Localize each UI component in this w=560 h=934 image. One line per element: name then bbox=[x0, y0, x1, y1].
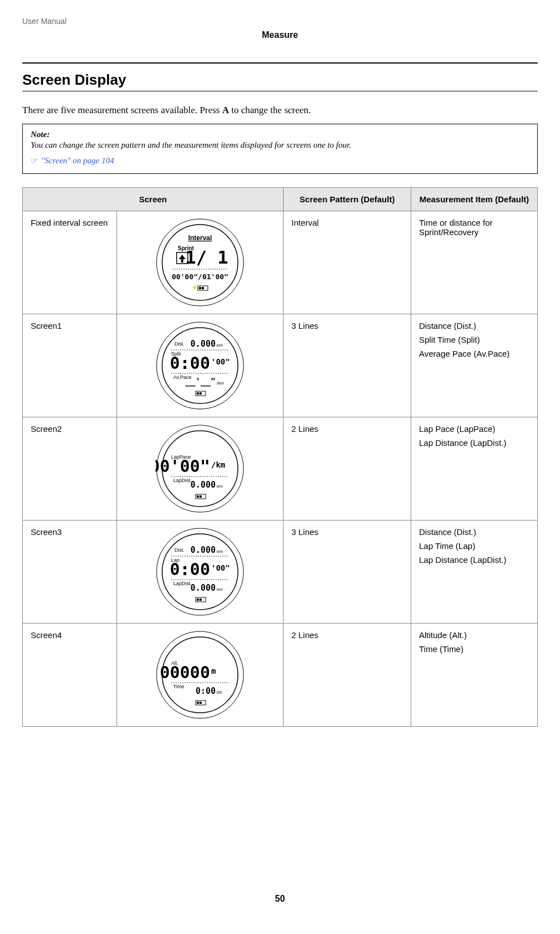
note-link[interactable]: ☞"Screen" on page 104 bbox=[31, 155, 529, 166]
svg-rect-28 bbox=[199, 392, 202, 395]
note-body: You can change the screen pattern and th… bbox=[31, 140, 529, 150]
svg-text:Dist.: Dist. bbox=[174, 341, 184, 347]
watch-illustration: Dist.0.000kmSplit0:00'00"Av.Pace__'__"/k… bbox=[117, 314, 284, 417]
svg-rect-40 bbox=[199, 495, 202, 498]
svg-text:Interval: Interval bbox=[188, 234, 212, 242]
measurement-item: Lap Distance (LapDist.) bbox=[419, 555, 529, 565]
items-cell: Time or distance for Sprint/Recovery bbox=[411, 211, 538, 314]
table-row: Screen1Dist.0.000kmSplit0:00'00"Av.Pace_… bbox=[23, 314, 538, 417]
svg-text:/km: /km bbox=[211, 460, 225, 469]
measurement-item: Time or distance for Sprint/Recovery bbox=[419, 218, 529, 237]
svg-text:Time: Time bbox=[173, 684, 184, 689]
pattern-cell: 3 Lines bbox=[284, 314, 411, 417]
svg-text:00: 00 bbox=[217, 690, 222, 695]
th-pattern: Screen Pattern (Default) bbox=[284, 188, 411, 211]
items-cell: Altitude (Alt.)Time (Time) bbox=[411, 624, 538, 727]
measurement-item: Lap Time (Lap) bbox=[419, 541, 529, 551]
svg-text:00000: 00000 bbox=[160, 663, 210, 682]
svg-text:km: km bbox=[217, 343, 223, 348]
svg-text:/km: /km bbox=[217, 381, 224, 386]
measurement-item: Distance (Dist.) bbox=[419, 527, 529, 537]
svg-text:km: km bbox=[217, 484, 223, 489]
svg-text:1/ 1: 1/ 1 bbox=[185, 247, 228, 268]
items-cell: Distance (Dist.)Split Time (Split)Averag… bbox=[411, 314, 538, 417]
pattern-cell: 2 Lines bbox=[284, 624, 411, 727]
svg-text:km: km bbox=[217, 587, 223, 592]
measurement-item: Time (Time) bbox=[419, 644, 529, 654]
pattern-cell: 2 Lines bbox=[284, 417, 411, 520]
row-label: Fixed interval screen bbox=[23, 211, 117, 314]
svg-text:00'00": 00'00" bbox=[155, 456, 210, 476]
items-cell: Lap Pace (LapPace)Lap Distance (LapDist.… bbox=[411, 417, 538, 520]
svg-text:0.000: 0.000 bbox=[191, 480, 216, 490]
svg-rect-56 bbox=[199, 599, 202, 601]
section-name: Measure bbox=[22, 30, 538, 40]
svg-text:LapDist.: LapDist. bbox=[173, 581, 192, 586]
svg-text:LapDist.: LapDist. bbox=[173, 478, 192, 483]
measurement-item: Distance (Dist.) bbox=[419, 321, 529, 330]
doc-type-header: User Manual bbox=[22, 17, 538, 26]
svg-text:__'__": __'__" bbox=[186, 377, 216, 387]
th-screen: Screen bbox=[23, 188, 284, 211]
table-row: Fixed interval screenIntervalSprint1/ 10… bbox=[23, 211, 538, 314]
row-label: Screen2 bbox=[23, 417, 117, 520]
svg-rect-5 bbox=[181, 259, 183, 262]
svg-rect-67 bbox=[197, 702, 199, 704]
page-number: 50 bbox=[22, 894, 538, 904]
watch-illustration: Alt.00000mTime0:0000 bbox=[117, 624, 284, 727]
measurement-item: Split Time (Split) bbox=[419, 335, 529, 344]
svg-text:00'00"/01'00": 00'00"/01'00" bbox=[172, 273, 228, 281]
svg-text:'00": '00" bbox=[211, 357, 230, 366]
intro-button-ref: A bbox=[222, 105, 229, 115]
intro-text-prefix: There are five measurement screens avail… bbox=[22, 105, 222, 115]
pattern-cell: 3 Lines bbox=[284, 520, 411, 624]
intro-text-suffix: to change the screen. bbox=[229, 105, 311, 115]
watch-illustration: Dist.0.000kmLap0:00'00"LapDist.0.000km bbox=[117, 520, 284, 624]
svg-rect-68 bbox=[199, 702, 202, 704]
svg-text:0:00: 0:00 bbox=[170, 353, 210, 373]
table-row: Screen2LapPace00'00"/kmLapDist.0.000km2 … bbox=[23, 417, 538, 520]
svg-text:⚡: ⚡ bbox=[191, 284, 198, 291]
table-row: Screen3Dist.0.000kmLap0:00'00"LapDist.0.… bbox=[23, 520, 538, 624]
measurement-item: Lap Pace (LapPace) bbox=[419, 424, 529, 434]
svg-rect-27 bbox=[197, 392, 199, 395]
measurement-item: Lap Distance (LapDist.) bbox=[419, 438, 529, 447]
svg-text:0.000: 0.000 bbox=[191, 545, 216, 555]
page-title: Screen Display bbox=[22, 71, 538, 89]
svg-text:m: m bbox=[211, 667, 216, 675]
svg-text:'00": '00" bbox=[211, 563, 230, 572]
svg-rect-12 bbox=[202, 287, 204, 289]
items-cell: Distance (Dist.)Lap Time (Lap)Lap Distan… bbox=[411, 520, 538, 624]
screens-table: Screen Screen Pattern (Default) Measurem… bbox=[22, 187, 538, 727]
divider-thick bbox=[22, 62, 538, 64]
row-label: Screen3 bbox=[23, 520, 117, 624]
intro-paragraph: There are five measurement screens avail… bbox=[22, 105, 538, 116]
svg-rect-11 bbox=[199, 287, 201, 289]
measurement-item: Altitude (Alt.) bbox=[419, 630, 529, 640]
th-item: Measurement Item (Default) bbox=[411, 188, 538, 211]
svg-rect-39 bbox=[197, 495, 199, 498]
note-link-text: "Screen" on page 104 bbox=[41, 156, 114, 165]
svg-rect-55 bbox=[197, 599, 199, 601]
svg-text:Dist.: Dist. bbox=[174, 547, 184, 553]
divider-thin bbox=[22, 91, 538, 91]
note-box: Note: You can change the screen pattern … bbox=[22, 124, 538, 174]
watch-illustration: LapPace00'00"/kmLapDist.0.000km bbox=[117, 417, 284, 520]
svg-text:0.000: 0.000 bbox=[191, 339, 216, 349]
pointer-icon: ☞ bbox=[31, 156, 38, 165]
note-label: Note: bbox=[31, 130, 529, 139]
pattern-cell: Interval bbox=[284, 211, 411, 314]
svg-text:0:00: 0:00 bbox=[196, 686, 216, 696]
svg-text:0:00: 0:00 bbox=[170, 560, 210, 579]
row-label: Screen4 bbox=[23, 624, 117, 727]
measurement-item: Average Pace (Av.Pace) bbox=[419, 349, 529, 358]
row-label: Screen1 bbox=[23, 314, 117, 417]
watch-illustration: IntervalSprint1/ 100'00"/01'00"⚡ bbox=[117, 211, 284, 314]
table-row: Screen4Alt.00000mTime0:00002 LinesAltitu… bbox=[23, 624, 538, 727]
svg-text:0.000: 0.000 bbox=[191, 583, 216, 593]
svg-text:km: km bbox=[217, 549, 223, 554]
